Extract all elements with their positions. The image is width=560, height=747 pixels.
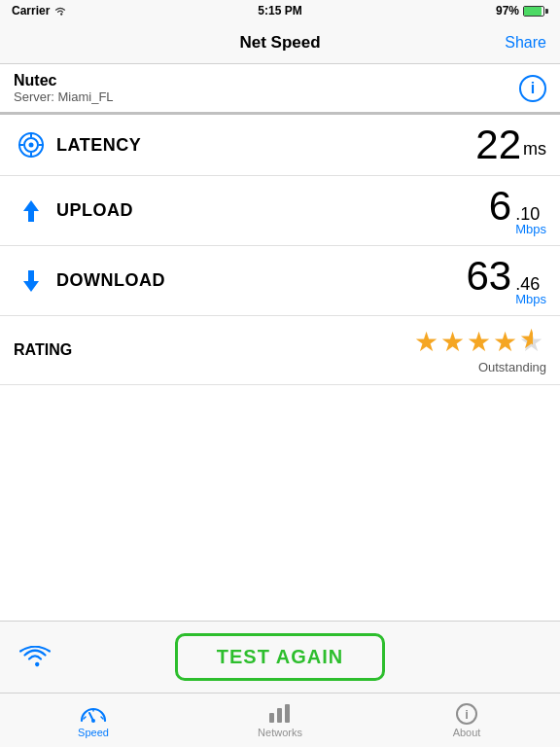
test-again-button[interactable]: TEST AGAIN: [175, 633, 385, 681]
server-info: Nutec Server: Miami_FL: [14, 72, 114, 104]
wifi-icon: [19, 646, 51, 669]
latency-unit: ms: [523, 139, 546, 160]
about-tab-icon: i: [453, 703, 480, 725]
svg-text:i: i: [465, 707, 469, 722]
svg-line-11: [101, 717, 103, 719]
svg-rect-13: [269, 713, 274, 723]
download-icon: [14, 264, 49, 299]
upload-number: 6: [489, 186, 511, 227]
tab-networks[interactable]: Networks: [187, 703, 373, 738]
about-info-icon: i: [456, 703, 477, 725]
svg-rect-15: [285, 704, 290, 723]
status-bar: Carrier 5:15 PM 97%: [0, 0, 560, 21]
star-3: ★: [467, 326, 491, 358]
star-1: ★: [414, 326, 438, 358]
svg-line-10: [84, 717, 86, 719]
upload-decimal: .10: [515, 205, 540, 223]
star-4: ★: [493, 326, 517, 358]
server-name: Nutec: [14, 72, 114, 89]
wifi-icon-area: [19, 646, 58, 669]
nav-bar: Net Speed Share: [0, 21, 560, 64]
latency-label: LATENCY: [56, 135, 475, 156]
status-battery: 97%: [496, 4, 548, 18]
tab-speed-label: Speed: [78, 727, 109, 738]
latency-row: LATENCY 22 ms: [0, 115, 560, 176]
latency-icon: [14, 127, 49, 162]
svg-rect-14: [277, 708, 282, 723]
tab-about-label: About: [453, 727, 481, 738]
upload-unit-group: .10 Mbps: [515, 205, 546, 235]
download-decimal: .46: [515, 275, 540, 293]
info-button[interactable]: i: [519, 75, 546, 102]
rating-display: ★ ★ ★ ★ ★ ★ Outstanding: [414, 326, 546, 374]
test-again-container: TEST AGAIN: [0, 621, 560, 693]
download-value: 63 .46 Mbps: [466, 256, 546, 305]
share-button[interactable]: Share: [505, 34, 546, 52]
tab-about[interactable]: i About: [373, 703, 560, 738]
speed-tab-icon: [80, 703, 107, 725]
nav-title: Net Speed: [239, 33, 320, 53]
upload-label: UPLOAD: [56, 200, 489, 221]
rating-label: RATING: [14, 341, 414, 359]
tab-bar: Speed Networks i About: [0, 693, 560, 747]
svg-marker-7: [23, 200, 39, 222]
download-row: DOWNLOAD 63 .46 Mbps: [0, 246, 560, 316]
download-label: DOWNLOAD: [56, 270, 466, 291]
rating-text: Outstanding: [478, 360, 546, 374]
download-unit-group: .46 Mbps: [515, 275, 546, 305]
svg-point-9: [91, 719, 95, 723]
tab-networks-label: Networks: [258, 727, 302, 738]
star-2: ★: [440, 326, 465, 358]
server-row: Nutec Server: Miami_FL i: [0, 64, 560, 115]
bottom-area: TEST AGAIN Speed: [0, 621, 560, 747]
carrier-wifi-icon: [53, 6, 67, 17]
upload-arrow-svg: [18, 197, 45, 225]
latency-number: 22: [475, 124, 521, 165]
upload-icon: [14, 194, 49, 229]
star-rating: ★ ★ ★ ★ ★ ★: [414, 326, 546, 358]
upload-unit: Mbps: [515, 223, 546, 235]
rating-row: RATING ★ ★ ★ ★ ★ ★ Outstanding: [0, 316, 560, 385]
speedometer-icon: [80, 703, 107, 725]
bar-chart-icon: [268, 703, 292, 725]
networks-tab-icon: [266, 703, 294, 725]
upload-value: 6 .10 Mbps: [489, 186, 546, 235]
tab-speed[interactable]: Speed: [0, 703, 187, 738]
svg-marker-8: [23, 270, 39, 292]
download-unit: Mbps: [515, 293, 546, 305]
target-svg: [17, 130, 46, 160]
upload-row: UPLOAD 6 .10 Mbps: [0, 176, 560, 246]
svg-point-2: [29, 143, 34, 148]
status-carrier: Carrier: [12, 4, 67, 18]
battery-icon: [523, 6, 548, 17]
status-time: 5:15 PM: [258, 4, 301, 18]
latency-value: 22 ms: [475, 124, 546, 165]
download-number: 63: [466, 256, 511, 297]
download-arrow-svg: [18, 267, 45, 295]
star-5-half: ★ ★: [519, 326, 546, 353]
server-subtitle: Server: Miami_FL: [14, 89, 114, 104]
